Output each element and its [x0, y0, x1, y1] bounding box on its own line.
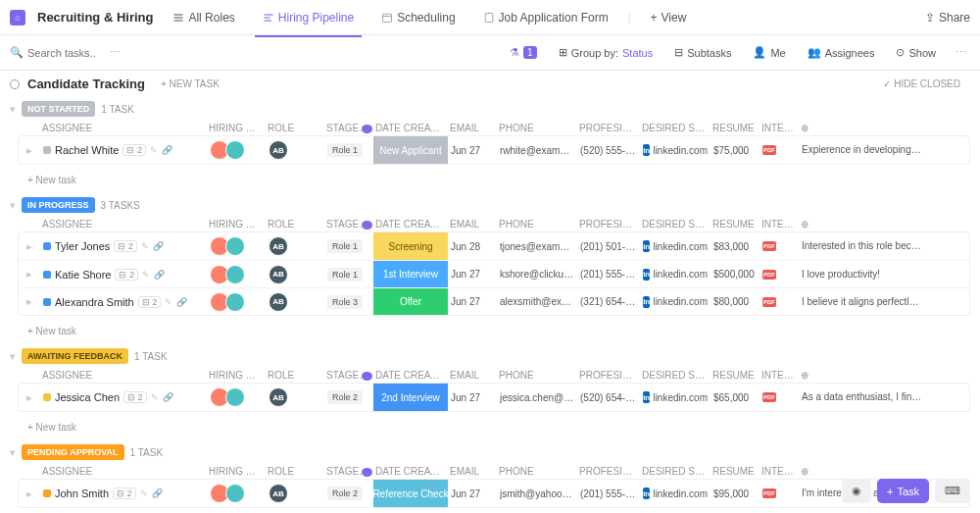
- subtask-count[interactable]: ⊟ 2: [123, 391, 147, 403]
- edit-icon[interactable]: ✎: [141, 241, 149, 251]
- new-task-row[interactable]: + New task: [0, 169, 980, 193]
- me-filter[interactable]: 👤Me: [747, 43, 791, 62]
- new-task-row[interactable]: + New task: [0, 320, 980, 344]
- share-button[interactable]: ⇪Share: [925, 11, 970, 25]
- table-row[interactable]: ▸ Jessica Chen ⊟ 2 ✎ 🔗 AB Role 2 2nd Int…: [19, 384, 969, 411]
- nav-job-form[interactable]: Job Application Form: [475, 7, 616, 28]
- hiring-manager-avatar[interactable]: AB: [269, 140, 288, 160]
- website-cell[interactable]: inlinkedin.com: [640, 487, 710, 499]
- keyboard-button[interactable]: ⌨: [935, 479, 970, 503]
- role-chip[interactable]: Role 1: [327, 143, 363, 157]
- email-cell[interactable]: jessica.chen@example.com: [497, 392, 577, 403]
- table-row[interactable]: ▸ Katie Shore ⊟ 2 ✎ 🔗 AB Role 1 1st Inte…: [19, 260, 969, 287]
- add-column[interactable]: ⊕: [798, 466, 925, 477]
- search-options[interactable]: ⋯: [106, 44, 124, 61]
- email-cell[interactable]: tjones@example.com: [497, 241, 577, 252]
- status-pill[interactable]: IN PROGRESS: [22, 197, 95, 213]
- email-cell[interactable]: rwhite@example.com: [497, 145, 577, 156]
- website-cell[interactable]: inlinkedin.com: [640, 144, 710, 156]
- assignee-avatars[interactable]: [210, 292, 263, 312]
- toolbar-more[interactable]: ⋯: [952, 44, 970, 61]
- expand-icon[interactable]: ▸: [19, 391, 40, 404]
- website-cell[interactable]: inlinkedin.com: [640, 296, 710, 308]
- stage-cell[interactable]: New Applicant: [373, 136, 448, 164]
- subtask-count[interactable]: ⊟ 2: [138, 296, 162, 308]
- status-pill[interactable]: PENDING APPROVAL: [22, 444, 124, 460]
- role-chip[interactable]: Role 2: [327, 390, 363, 404]
- hide-closed-toggle[interactable]: ✓ HIDE CLOSED: [883, 78, 970, 89]
- website-cell[interactable]: inlinkedin.com: [640, 269, 710, 281]
- edit-icon[interactable]: ✎: [150, 145, 158, 155]
- search-wrap[interactable]: 🔍: [10, 46, 96, 59]
- pdf-icon[interactable]: PDF: [762, 145, 776, 155]
- email-cell[interactable]: jsmith@yahoo.com: [497, 488, 577, 499]
- stage-cell[interactable]: 1st Interview: [373, 261, 448, 287]
- new-task-header[interactable]: + NEW TASK: [153, 78, 220, 89]
- hiring-manager-avatar[interactable]: AB: [269, 265, 288, 284]
- assignee-avatars[interactable]: [210, 140, 263, 160]
- expand-icon[interactable]: ▸: [19, 240, 40, 253]
- email-cell[interactable]: alexsmith@example.com: [497, 296, 577, 307]
- table-row[interactable]: ▸ Tyler Jones ⊟ 2 ✎ 🔗 AB Role 1 Screenin…: [19, 232, 969, 260]
- expand-icon[interactable]: ▸: [19, 268, 40, 281]
- status-pill[interactable]: AWAITING FEEDBACK: [22, 348, 128, 364]
- show-menu[interactable]: ⊙Show: [890, 43, 942, 62]
- group-by[interactable]: ⊞Group by: Status: [553, 43, 660, 62]
- table-row[interactable]: ▸ Alexandra Smith ⊟ 2 ✎ 🔗 AB Role 3 Offe…: [19, 287, 969, 315]
- record-button[interactable]: ◉: [842, 479, 871, 503]
- pdf-icon[interactable]: PDF: [762, 297, 776, 307]
- nav-all-roles[interactable]: All Roles: [165, 7, 242, 28]
- link-icon[interactable]: 🔗: [176, 297, 187, 307]
- hiring-manager-avatar[interactable]: AB: [269, 387, 288, 407]
- role-chip[interactable]: Role 1: [327, 239, 363, 253]
- edit-icon[interactable]: ✎: [151, 392, 159, 402]
- link-icon[interactable]: 🔗: [162, 145, 172, 155]
- email-cell[interactable]: kshore@clickup.com: [497, 269, 577, 280]
- group-header-in_progress[interactable]: ▾ IN PROGRESS 3 TASKS: [0, 193, 980, 217]
- subtask-count[interactable]: ⊟ 2: [114, 240, 137, 252]
- new-task-row[interactable]: + New task: [0, 416, 980, 440]
- role-chip[interactable]: Role 3: [327, 295, 363, 309]
- hiring-manager-avatar[interactable]: AB: [269, 292, 288, 312]
- subtask-count[interactable]: ⊟ 2: [113, 487, 136, 499]
- subtask-count[interactable]: ⊟ 2: [115, 269, 138, 281]
- collapse-group-icon[interactable]: ▾: [10, 446, 16, 459]
- stage-cell[interactable]: Offer: [373, 288, 448, 315]
- link-icon[interactable]: 🔗: [152, 488, 163, 498]
- collapse-group-icon[interactable]: ▾: [10, 350, 16, 363]
- link-icon[interactable]: 🔗: [153, 241, 164, 251]
- stage-cell[interactable]: 2nd Interview: [373, 384, 448, 411]
- nav-add-view[interactable]: +View: [643, 7, 695, 28]
- stage-cell[interactable]: Screening: [373, 232, 448, 260]
- group-header-not_started[interactable]: ▾ NOT STARTED 1 TASK: [0, 97, 980, 121]
- group-header-awaiting[interactable]: ▾ AWAITING FEEDBACK 1 TASK: [0, 344, 980, 368]
- subtasks-toggle[interactable]: ⊟Subtasks: [668, 43, 737, 62]
- expand-icon[interactable]: ▸: [19, 144, 40, 157]
- assignee-avatars[interactable]: [210, 387, 263, 407]
- new-task-float[interactable]: +Task: [877, 479, 929, 503]
- table-row[interactable]: ▸ John Smith ⊟ 2 ✎ 🔗 AB Role 2 Reference…: [19, 480, 969, 507]
- pdf-icon[interactable]: PDF: [762, 270, 776, 280]
- stage-cell[interactable]: Reference Check: [373, 480, 448, 507]
- link-icon[interactable]: 🔗: [163, 392, 173, 402]
- pdf-icon[interactable]: PDF: [762, 241, 776, 251]
- assignee-avatars[interactable]: [210, 265, 263, 284]
- website-cell[interactable]: inlinkedin.com: [640, 391, 710, 403]
- pdf-icon[interactable]: PDF: [762, 392, 776, 402]
- role-chip[interactable]: Role 2: [327, 487, 363, 500]
- edit-icon[interactable]: ✎: [165, 297, 172, 307]
- workspace-icon[interactable]: ⌂: [10, 10, 25, 26]
- collapse-group-icon[interactable]: ▾: [10, 199, 16, 212]
- expand-icon[interactable]: ▸: [19, 295, 40, 308]
- assignee-avatars[interactable]: [210, 484, 263, 503]
- hiring-manager-avatar[interactable]: AB: [269, 484, 288, 503]
- hiring-manager-avatar[interactable]: AB: [269, 236, 288, 256]
- pdf-icon[interactable]: PDF: [762, 488, 776, 498]
- filter-button[interactable]: ⚗1: [504, 43, 543, 62]
- assignee-avatars[interactable]: [210, 236, 263, 256]
- add-column[interactable]: ⊕: [798, 219, 925, 230]
- group-header-pending[interactable]: ▾ PENDING APPROVAL 1 TASK: [0, 440, 980, 464]
- subtask-count[interactable]: ⊟ 2: [122, 144, 146, 156]
- website-cell[interactable]: inlinkedin.com: [640, 240, 710, 252]
- assignees-filter[interactable]: 👥Assignees: [802, 43, 881, 62]
